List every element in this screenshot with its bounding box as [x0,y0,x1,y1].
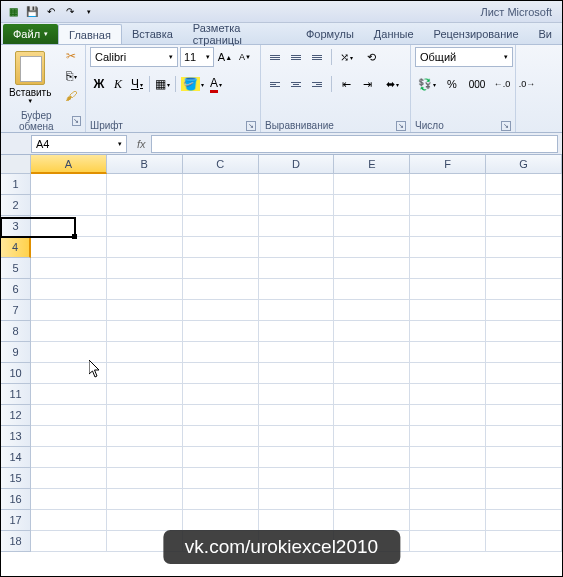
column-header[interactable]: G [486,155,562,174]
cell[interactable] [31,489,107,510]
row-header[interactable]: 15 [1,468,31,489]
cell[interactable] [259,237,335,258]
row-header[interactable]: 16 [1,489,31,510]
align-top-icon[interactable] [265,47,285,67]
cell[interactable] [259,216,335,237]
wrap-text-icon[interactable]: ⟲ [357,47,385,67]
row-header[interactable]: 14 [1,447,31,468]
name-box[interactable]: A4▾ [31,135,127,153]
cell[interactable] [334,321,410,342]
redo-icon[interactable]: ↷ [62,4,78,20]
cell[interactable] [334,447,410,468]
row-header[interactable]: 6 [1,279,31,300]
row-header[interactable]: 4 [1,237,31,258]
cell[interactable] [31,384,107,405]
cell[interactable] [183,489,259,510]
row-header[interactable]: 9 [1,342,31,363]
paste-button[interactable]: Вставить ▼ [5,47,55,108]
cell[interactable] [107,237,183,258]
cell[interactable] [107,321,183,342]
row-header[interactable]: 17 [1,510,31,531]
cell[interactable] [31,258,107,279]
cell[interactable] [31,237,107,258]
tab-home[interactable]: Главная [58,24,122,44]
cell[interactable] [334,237,410,258]
increase-decimal-icon[interactable]: ←.0 [490,74,514,94]
cell[interactable] [107,426,183,447]
cell[interactable] [183,384,259,405]
row-header[interactable]: 8 [1,321,31,342]
cell[interactable] [31,279,107,300]
cell[interactable] [410,174,486,195]
cell[interactable] [183,237,259,258]
row-header[interactable]: 10 [1,363,31,384]
cell[interactable] [31,342,107,363]
cell[interactable] [334,510,410,531]
font-color-button[interactable]: A▾ [207,74,225,94]
cell[interactable] [183,216,259,237]
cell[interactable] [31,321,107,342]
cell[interactable] [334,363,410,384]
cell[interactable] [31,216,107,237]
cell[interactable] [410,447,486,468]
excel-icon[interactable]: ▦ [5,4,21,20]
borders-button[interactable]: ▦▾ [153,74,172,94]
tab-page-layout[interactable]: Разметка страницы [183,24,296,44]
cell[interactable] [183,279,259,300]
cell[interactable] [410,258,486,279]
fx-icon[interactable]: fx [131,138,151,150]
formula-input[interactable] [151,135,558,153]
row-header[interactable]: 18 [1,531,31,552]
cell[interactable] [410,195,486,216]
cell[interactable] [410,363,486,384]
cell[interactable] [486,195,562,216]
cell[interactable] [259,342,335,363]
cell[interactable] [334,216,410,237]
cell[interactable] [107,405,183,426]
italic-button[interactable]: К [109,74,127,94]
cell[interactable] [410,384,486,405]
cell[interactable] [31,363,107,384]
cell[interactable] [410,279,486,300]
alignment-launcher[interactable]: ↘ [396,121,406,131]
cell[interactable] [486,489,562,510]
comma-icon[interactable]: 000 [465,74,489,94]
cell[interactable] [410,321,486,342]
cell[interactable] [183,426,259,447]
cell[interactable] [486,468,562,489]
format-painter-icon[interactable]: 🖌 [61,87,81,105]
clipboard-launcher[interactable]: ↘ [72,116,81,126]
cell[interactable] [259,510,335,531]
cell[interactable] [183,300,259,321]
undo-icon[interactable]: ↶ [43,4,59,20]
cells-area[interactable] [31,174,562,575]
cell[interactable] [107,447,183,468]
cell[interactable] [31,468,107,489]
tab-data[interactable]: Данные [364,24,424,44]
cell[interactable] [107,468,183,489]
cell[interactable] [107,195,183,216]
cell[interactable] [259,426,335,447]
cell[interactable] [259,258,335,279]
cell[interactable] [107,300,183,321]
cell[interactable] [334,300,410,321]
cut-icon[interactable]: ✂ [61,47,81,65]
cell[interactable] [334,468,410,489]
row-header[interactable]: 5 [1,258,31,279]
row-header[interactable]: 3 [1,216,31,237]
cell[interactable] [486,510,562,531]
column-header[interactable]: D [259,155,335,174]
align-right-icon[interactable] [307,74,327,94]
cell[interactable] [334,174,410,195]
cell[interactable] [259,384,335,405]
cell[interactable] [31,174,107,195]
column-header[interactable]: C [183,155,259,174]
tab-view[interactable]: Ви [529,24,562,44]
cell[interactable] [183,405,259,426]
row-header[interactable]: 1 [1,174,31,195]
cell[interactable] [107,279,183,300]
cell[interactable] [31,510,107,531]
percent-icon[interactable]: % [440,74,464,94]
align-bottom-icon[interactable] [307,47,327,67]
column-header[interactable]: B [107,155,183,174]
